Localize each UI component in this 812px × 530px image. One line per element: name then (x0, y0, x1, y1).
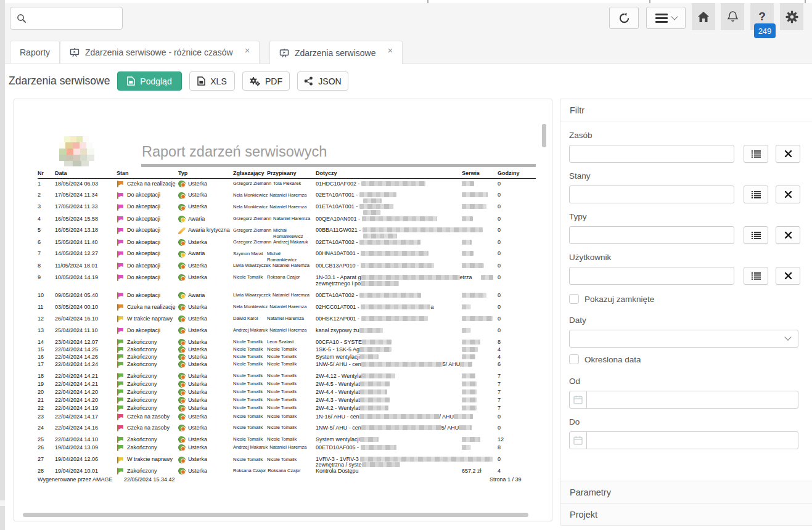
report-row: 1822/04/2024 14.21ZakończonyUsterkaNicol… (38, 373, 536, 381)
filter-list-button[interactable] (744, 267, 768, 285)
tab-zdarzenia-roznice[interactable]: Zdarzenia serwisowe - różnice czasów × (60, 41, 260, 63)
filter-clear-button[interactable] (776, 186, 800, 203)
filter-list-button[interactable] (744, 186, 768, 203)
close-icon[interactable]: × (388, 45, 393, 55)
redacted-text (362, 216, 437, 221)
redacted-text (362, 340, 392, 344)
report-cell: 3 (38, 204, 55, 210)
status-flag-icon (117, 227, 124, 234)
filter-clear-button[interactable] (776, 267, 800, 285)
preview-button[interactable]: Podgląd (117, 71, 182, 91)
search-input[interactable] (10, 7, 123, 30)
report-row: 1722/04/2024 14.24ZakończonyUsterkaNicol… (38, 361, 536, 373)
calendar-icon[interactable] (570, 391, 587, 408)
close-icon[interactable]: × (245, 45, 250, 55)
status-flag-icon (117, 381, 124, 388)
report-row: 1103/05/2024 00.10Czeka na realizacjęUst… (38, 304, 536, 316)
xls-button[interactable]: XLS (189, 71, 235, 91)
notifications-button[interactable] (721, 3, 744, 30)
event-type-icon (178, 339, 186, 346)
event-type-icon (178, 361, 186, 368)
redacted-text (363, 198, 382, 203)
report-cell: Nicole TomalikNicole Tomalik (233, 457, 316, 462)
redacted-text (462, 251, 474, 256)
filter-list-button[interactable] (744, 226, 768, 244)
home-button[interactable] (692, 3, 715, 30)
report-vertical-scrollbar[interactable] (542, 124, 546, 147)
report-cell: 7 (38, 251, 55, 257)
to-date-input[interactable] (569, 431, 798, 449)
tab-raporty[interactable]: Raporty (10, 41, 60, 63)
report-cell (462, 316, 498, 322)
filter-field-input[interactable] (569, 267, 734, 285)
status-flag-icon (117, 468, 124, 475)
report-cell: Usterka (178, 436, 233, 443)
report-cell: 7 (498, 381, 536, 387)
report-cell (462, 339, 498, 345)
redacted-text (362, 462, 400, 467)
section-parametry[interactable]: Parametry (560, 481, 812, 503)
page-scrollbar[interactable] (0, 0, 5, 530)
report-preview-panel: Raport zdarzeń serwisowych NrDataStanTyp… (14, 99, 552, 521)
report-cell: 10/05/2024 14.19 (55, 274, 117, 280)
redacted-text (361, 373, 395, 378)
report-cell: Do akceptacji (117, 274, 178, 281)
filter-field-input[interactable] (569, 186, 734, 203)
report-cell: 23 (38, 414, 55, 420)
redacted-text (462, 263, 484, 268)
section-projekt[interactable]: Projekt (560, 503, 812, 525)
report-cell (462, 304, 498, 310)
filter-clear-button[interactable] (776, 226, 800, 244)
chevron-down-icon (784, 333, 791, 340)
settings-button[interactable] (780, 3, 803, 30)
report-cell: 20 (38, 389, 55, 395)
report-cell: Nela MonkiewiczNataniel Haremza (233, 304, 316, 310)
from-date-input[interactable] (569, 391, 798, 409)
pdf-button[interactable]: PDF (242, 71, 290, 91)
show-closed-row[interactable]: Pokazuj zamknięte (569, 294, 654, 304)
filter-field-label: Zasób (569, 131, 593, 140)
filter-list-button[interactable] (744, 145, 768, 163)
tab-zdarzenia-serwisowe[interactable]: Zdarzenia serwisowe × (269, 41, 403, 64)
refresh-button[interactable] (609, 7, 639, 29)
specific-date-row[interactable]: Określona data (569, 354, 641, 364)
report-cell: 0 (498, 457, 536, 462)
report-cell: 1 (38, 181, 55, 187)
menu-button[interactable] (646, 7, 686, 29)
report-cell (462, 397, 498, 403)
show-closed-checkbox[interactable] (569, 294, 579, 304)
specific-date-checkbox[interactable] (569, 354, 579, 364)
filter-field-input[interactable] (569, 145, 734, 163)
report-generated-by: Wygenerowane przez AMAGE (38, 476, 124, 483)
report-cell: 4 (498, 354, 536, 360)
report-table: NrDataStanTypZgłaszającyPrzypisanyDotycz… (38, 170, 536, 483)
report-row: 2022/04/2024 14.20ZakończonyUsterkaNicol… (38, 389, 536, 397)
report-horizontal-scrollbar[interactable] (23, 513, 528, 517)
event-type-icon (178, 274, 186, 281)
dates-select[interactable] (569, 330, 798, 348)
report-cell: Zakończony (117, 354, 178, 361)
filter-clear-button[interactable] (776, 145, 800, 163)
report-cell: 16 (38, 354, 55, 360)
report-cell (462, 373, 498, 379)
report-cell (462, 327, 498, 333)
report-cell: Awaria krytyczna (178, 227, 233, 234)
page-scrollbar-thumb[interactable] (0, 0, 5, 500)
report-cell: 2W-4.2 - Wentylat (316, 405, 462, 411)
report-cell (462, 274, 498, 280)
json-button[interactable]: JSON (297, 71, 348, 91)
status-flag-icon (117, 405, 124, 412)
filter-field-input[interactable] (569, 226, 734, 244)
report-cell: System wentylacji (316, 436, 462, 442)
redacted-text (481, 275, 493, 280)
report-cell: Grzegorz ZiemannTola Piekarek (233, 181, 316, 187)
report-cell: Do akceptacji (117, 263, 178, 269)
report-cell: Zakończony (117, 468, 178, 475)
report-cell: Zakończony (117, 389, 178, 396)
report-cell: Nicole TomalikNicole Tomalik (233, 346, 316, 353)
report-cell: Andrzej MakarukNataniel Haremza (233, 444, 316, 450)
event-type-icon (178, 227, 186, 234)
calendar-icon[interactable] (570, 432, 587, 449)
report-cell: Nicole TomalikNicole Tomalik (233, 389, 316, 395)
report-cell: 0 (498, 292, 536, 298)
